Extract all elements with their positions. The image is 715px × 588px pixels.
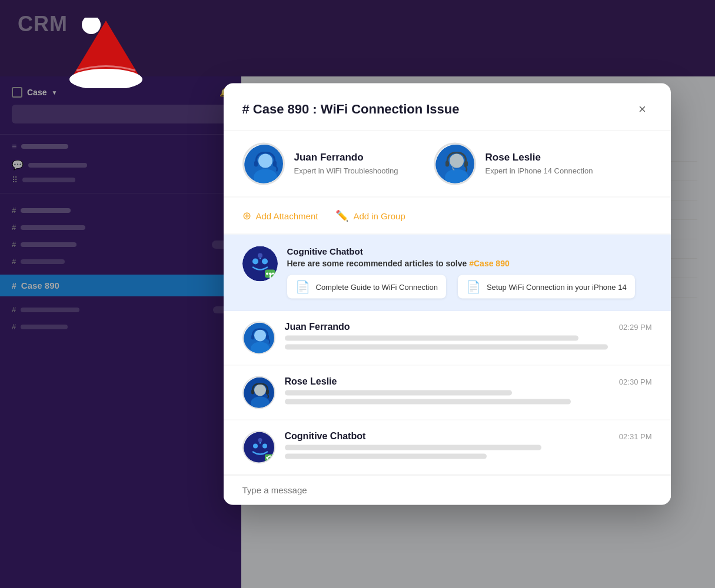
msg-bar-juan-2	[285, 345, 608, 350]
svg-point-19	[266, 273, 268, 275]
msg-bar-rose-1	[285, 390, 513, 396]
msg-name-juan: Juan Ferrando	[285, 322, 350, 332]
article-title-2: Setup WiFi Connection in your iPhone 14	[487, 282, 627, 291]
svg-point-24	[251, 342, 270, 355]
msg-top-bot: Cognitive Chatbot 02:31 PM	[285, 431, 652, 442]
svg-point-4	[258, 154, 272, 168]
agent-card-juan: Juan Ferrando Expert in WiFi Troubleshoo…	[242, 143, 398, 185]
agent-name-rose: Rose Leslie	[485, 151, 593, 163]
svg-point-23	[254, 330, 266, 342]
chatbot-msg-header: Cognitive Chatbot Here are some recommen…	[242, 246, 652, 299]
add-attachment-button[interactable]: ⊕ Add Attachment	[242, 206, 318, 226]
chatbot-sender-name: Cognitive Chatbot	[287, 246, 652, 256]
chatbot-msg-text: Here are some recommended articles to so…	[287, 259, 652, 268]
document-icon-1: 📄	[295, 280, 310, 294]
chat-message-rose: Rose Leslie 02:30 PM	[224, 366, 671, 420]
msg-avatar-rose	[242, 376, 275, 409]
modal-title: # Case 890 : WiFi Connection Issue	[242, 102, 460, 117]
msg-time-juan: 02:29 PM	[619, 322, 652, 331]
agent-name-juan: Juan Ferrando	[294, 151, 398, 163]
chatbot-msg-content: Cognitive Chatbot Here are some recommen…	[287, 246, 652, 299]
document-icon-2: 📄	[466, 280, 481, 294]
message-input-area	[224, 475, 671, 505]
msg-avatar-bot	[242, 431, 275, 464]
svg-point-10	[445, 169, 468, 185]
msg-bar-rose-2	[285, 399, 571, 405]
online-indicator-chatbot	[270, 273, 277, 280]
msg-name-bot: Cognitive Chatbot	[285, 431, 366, 442]
svg-point-29	[251, 397, 270, 409]
chatbot-text-prefix: Here are some recommended articles to so…	[287, 259, 470, 268]
article-title-1: Complete Guide to WiFi Connection	[316, 282, 438, 291]
svg-point-34	[262, 444, 267, 449]
msg-avatar-juan	[242, 322, 275, 355]
case-modal: # Case 890 : WiFi Connection Issue ×	[224, 83, 671, 505]
chatbot-articles: 📄 Complete Guide to WiFi Connection 📄 Se…	[287, 275, 652, 299]
svg-rect-30	[251, 390, 254, 395]
chat-area: Cognitive Chatbot Here are some recommen…	[224, 235, 671, 475]
pencil-icon: ✏️	[335, 209, 348, 222]
msg-top-rose: Rose Leslie 02:30 PM	[285, 376, 652, 387]
msg-bar-juan-1	[285, 336, 578, 341]
article-card-2[interactable]: 📄 Setup WiFi Connection in your iPhone 1…	[458, 275, 635, 299]
plus-circle-icon: ⊕	[242, 209, 251, 222]
svg-point-15	[262, 259, 268, 265]
bot-online-dot	[267, 456, 273, 462]
svg-point-9	[450, 154, 464, 168]
article-card-1[interactable]: 📄 Complete Guide to WiFi Connection	[287, 275, 446, 299]
agent-card-rose: Rose Leslie Expert in iPhone 14 Connecti…	[434, 143, 593, 185]
msg-bar-bot-2	[285, 454, 487, 459]
msg-bar-bot-1	[285, 445, 542, 450]
action-buttons-section: ⊕ Add Attachment ✏️ Add in Group	[224, 198, 671, 235]
svg-rect-6	[254, 161, 258, 167]
svg-rect-11	[445, 161, 449, 167]
chatbot-avatar	[242, 246, 278, 282]
add-attachment-label: Add Attachment	[256, 211, 318, 220]
agent-role-rose: Expert in iPhone 14 Connection	[485, 165, 593, 176]
svg-point-28	[254, 385, 266, 396]
add-group-label: Add in Group	[353, 211, 405, 220]
svg-point-35	[258, 438, 262, 442]
msg-content-juan: Juan Ferrando 02:29 PM	[285, 322, 652, 353]
agent-role-juan: Expert in WiFi Troubleshooting	[294, 165, 398, 176]
add-group-button[interactable]: ✏️ Add in Group	[335, 206, 405, 226]
svg-point-14	[252, 259, 258, 265]
msg-content-rose: Rose Leslie 02:30 PM	[285, 376, 652, 408]
avatar-rose	[434, 143, 476, 185]
agent-info-juan: Juan Ferrando Expert in WiFi Troubleshoo…	[294, 151, 398, 176]
agents-section: Juan Ferrando Expert in WiFi Troubleshoo…	[224, 131, 671, 198]
svg-point-16	[258, 253, 262, 258]
agent-info-rose: Rose Leslie Expert in iPhone 14 Connecti…	[485, 151, 593, 176]
modal-close-button[interactable]: ×	[633, 100, 652, 119]
chatbot-case-link[interactable]: #Case 890	[469, 259, 510, 268]
chat-message-bot: Cognitive Chatbot 02:31 PM	[224, 420, 671, 475]
modal-header: # Case 890 : WiFi Connection Issue ×	[224, 83, 671, 131]
msg-content-bot: Cognitive Chatbot 02:31 PM	[285, 431, 652, 463]
svg-point-5	[254, 169, 277, 185]
chatbot-message: Cognitive Chatbot Here are some recommen…	[224, 235, 671, 311]
avatar-juan	[242, 143, 285, 185]
msg-time-rose: 02:30 PM	[619, 377, 652, 386]
svg-point-33	[253, 444, 258, 449]
svg-rect-25	[251, 335, 254, 340]
chat-message-juan: Juan Ferrando 02:29 PM	[224, 311, 671, 366]
message-input[interactable]	[242, 485, 652, 495]
msg-top-juan: Juan Ferrando 02:29 PM	[285, 322, 652, 332]
msg-time-bot: 02:31 PM	[619, 432, 652, 440]
msg-name-rose: Rose Leslie	[285, 376, 337, 387]
